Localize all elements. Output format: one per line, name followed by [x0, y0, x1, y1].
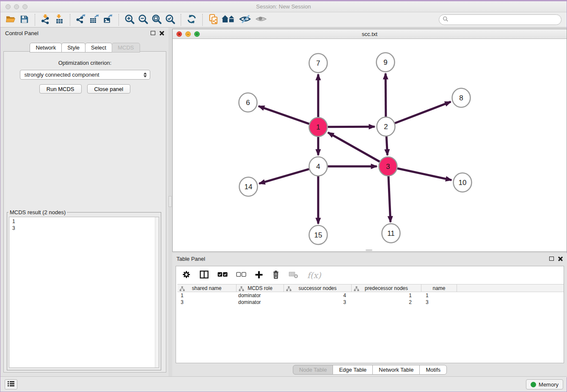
hierarchy-icon: [354, 286, 359, 293]
gear-icon: [182, 270, 191, 280]
first-neighbors-button[interactable]: [220, 14, 237, 26]
cell-mcds-role: dominator: [237, 293, 284, 298]
new-network-from-selection-button[interactable]: [206, 14, 220, 26]
column-header-name[interactable]: name: [421, 284, 457, 292]
unselect-all-columns-button[interactable]: [236, 272, 246, 279]
zoom-selected-button[interactable]: [163, 14, 177, 26]
tab-style[interactable]: Style: [61, 43, 85, 52]
graph-node-8[interactable]: 8: [452, 88, 471, 108]
splitter-grip[interactable]: [168, 196, 172, 207]
edge-3-1[interactable]: [328, 133, 380, 162]
tab-mcds[interactable]: MCDS: [112, 43, 140, 52]
edge-2-3[interactable]: [386, 136, 387, 155]
open-session-button[interactable]: [4, 14, 17, 26]
zoom-fit-button[interactable]: [150, 14, 163, 26]
graph-node-2[interactable]: 2: [377, 117, 395, 136]
criterion-selected-value: strongly connected component: [25, 72, 142, 78]
edge-1-2[interactable]: [328, 127, 374, 127]
graph-node-14[interactable]: 14: [239, 177, 258, 196]
table-settings-button[interactable]: [182, 270, 191, 280]
criterion-select[interactable]: strongly connected component: [20, 70, 150, 80]
import-table-button[interactable]: [52, 14, 66, 26]
toolbar-separator: [70, 14, 70, 26]
delete-table-button[interactable]: [289, 271, 299, 280]
table-row[interactable]: 1 dominator 4 1 1: [177, 292, 564, 299]
tab-network[interactable]: Network: [30, 43, 62, 52]
import-network-button[interactable]: [39, 14, 52, 26]
network-window-titlebar[interactable]: ✕ − + scc.txt: [173, 29, 567, 39]
graph-node-11[interactable]: 11: [382, 224, 400, 243]
graph-node-10[interactable]: 10: [454, 173, 472, 192]
search-input[interactable]: [451, 16, 561, 24]
float-table-panel-icon[interactable]: [549, 257, 554, 261]
show-column-panel-button[interactable]: [199, 270, 209, 280]
canvas-scroll-thumb[interactable]: [366, 249, 372, 251]
cell-mcds-role: dominator: [237, 299, 284, 305]
graph-node-7[interactable]: 7: [309, 54, 328, 73]
float-panel-icon[interactable]: [151, 31, 155, 35]
network-graph: 7968124314101511: [173, 39, 567, 251]
edge-1-6[interactable]: [259, 106, 309, 124]
select-stepper-icon: [142, 72, 148, 77]
table-panel: Table Panel f(: [172, 253, 567, 377]
zoom-out-button[interactable]: [136, 14, 150, 26]
table-row[interactable]: 3 dominator 3 2 3: [177, 299, 564, 306]
node-label-14: 14: [245, 183, 253, 191]
column-header-mcds-role[interactable]: MCDS role: [237, 284, 284, 292]
export-table-button[interactable]: [88, 14, 101, 26]
run-mcds-button[interactable]: Run MCDS: [39, 84, 82, 94]
hide-selected-button[interactable]: [237, 14, 253, 26]
function-builder-button[interactable]: f(x): [307, 271, 321, 280]
close-table-panel-icon[interactable]: [558, 257, 563, 261]
show-all-button[interactable]: [253, 14, 269, 26]
columns-icon: [199, 270, 209, 280]
result-scrollbar[interactable]: [155, 217, 159, 367]
task-history-button[interactable]: [5, 379, 17, 389]
select-all-columns-button[interactable]: [217, 272, 228, 279]
tab-node-table[interactable]: Node Table: [293, 365, 333, 375]
graph-node-15[interactable]: 15: [309, 226, 328, 245]
tab-network-table[interactable]: Network Table: [372, 365, 420, 375]
edge-3-11[interactable]: [388, 176, 391, 222]
delete-table-icon: [289, 271, 299, 280]
edge-3-10[interactable]: [397, 168, 451, 180]
graph-node-3[interactable]: 3: [379, 157, 397, 176]
toolbar-separator: [118, 14, 119, 26]
network-canvas[interactable]: 7968124314101511: [173, 39, 567, 251]
copy-network-icon: [208, 14, 219, 26]
table-container: f(x) shared name MCDS role successor nod…: [176, 266, 564, 363]
export-network-button[interactable]: [74, 14, 88, 26]
zoom-in-button[interactable]: [123, 14, 136, 26]
column-header-predecessor-nodes[interactable]: predecessor nodes: [352, 284, 421, 292]
edge-4-14[interactable]: [259, 169, 309, 183]
edge-2-8[interactable]: [395, 102, 451, 123]
export-image-icon: [103, 14, 113, 25]
delete-column-button[interactable]: [272, 270, 280, 281]
graph-node-9[interactable]: 9: [377, 53, 395, 72]
tab-edge-table[interactable]: Edge Table: [333, 365, 373, 375]
optimization-criterion-label: Optimization criterion:: [4, 60, 166, 66]
close-panel-button[interactable]: Close panel: [87, 84, 131, 94]
tab-motifs[interactable]: Motifs: [419, 365, 447, 375]
graph-node-1[interactable]: 1: [309, 118, 328, 137]
create-column-button[interactable]: [255, 271, 263, 280]
export-image-button[interactable]: [101, 14, 115, 26]
graph-node-4[interactable]: 4: [309, 157, 328, 176]
save-session-button[interactable]: [17, 14, 31, 26]
list-icon: [7, 381, 15, 388]
mcds-panel-body: Optimization criterion: strongly connect…: [3, 51, 166, 373]
table-tabs: Node Table Edge Table Network Table Moti…: [172, 365, 567, 375]
close-panel-icon[interactable]: [160, 31, 164, 36]
column-header-successor-nodes[interactable]: successor nodes: [284, 284, 352, 292]
search-field[interactable]: [439, 14, 561, 25]
edge-2-9[interactable]: [385, 73, 386, 117]
cell-predecessor-nodes: 2: [352, 299, 421, 305]
memory-button[interactable]: Memory: [526, 379, 563, 389]
export-network-icon: [76, 14, 86, 25]
tab-select[interactable]: Select: [85, 43, 112, 52]
eye-icon: [255, 14, 267, 25]
graph-node-6[interactable]: 6: [239, 93, 257, 112]
node-label-7: 7: [316, 59, 320, 67]
refresh-view-button[interactable]: [185, 14, 198, 26]
column-header-shared-name[interactable]: shared name: [177, 284, 237, 292]
